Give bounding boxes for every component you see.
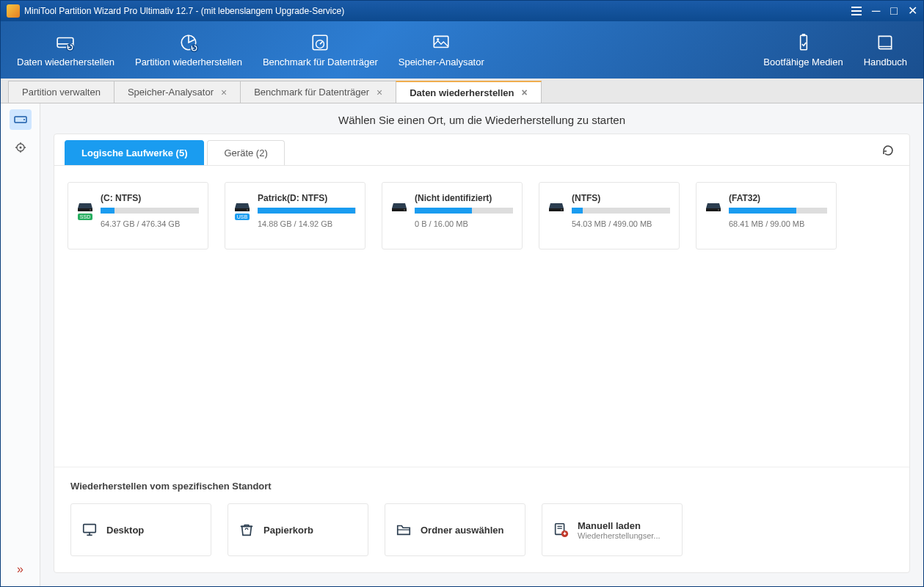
svg-point-6 [316,40,324,48]
svg-point-26 [404,209,405,211]
svg-point-28 [561,209,562,211]
drive-stats: 54.03 MB / 499.00 MB [572,219,670,228]
svg-rect-11 [801,34,804,36]
usage-bar [572,208,670,214]
toolbar-label: Daten wiederherstellen [17,56,114,68]
book-icon [876,33,895,52]
drive-card[interactable]: USBPatrick(D: NTFS)14.88 GB / 14.92 GB [225,182,365,249]
tab-close-icon[interactable]: × [522,87,528,98]
drives-grid: SSD(C: NTFS)64.37 GB / 476.34 GBUSBPatri… [54,166,909,467]
toolbar-manual[interactable]: Handbuch [854,27,917,73]
drive-type-icon [391,202,407,241]
drive-card[interactable]: SSD(C: NTFS)64.37 GB / 476.34 GB [68,182,208,249]
svg-point-14 [23,119,25,120]
drive-icon [235,202,250,212]
toolbar-label: Partition wiederherstellen [135,56,242,68]
tab-close-icon[interactable]: × [221,87,227,98]
drive-type-icon [548,202,564,241]
pie-refresh-icon [179,33,198,52]
toolbar-benchmark[interactable]: Benchmark für Datenträger [252,27,388,73]
drive-type-icon: USB [234,202,250,241]
drive-mode-tabs: Logische Laufwerke (5) Geräte (2) [54,134,909,166]
drive-stats: 14.88 GB / 14.92 GB [258,219,356,228]
drive-type-icon: SSD [77,202,93,241]
expand-panel-icon[interactable]: » [17,563,23,576]
toolbar-bootable-media[interactable]: Bootfähige Medien [753,27,853,73]
refresh-icon[interactable] [881,144,895,161]
tab-space-analyzer[interactable]: Speicher-Analysator × [114,81,241,103]
toolbar-label: Speicher-Analysator [399,56,484,68]
subtab-label: Logische Laufwerke (5) [81,147,187,158]
subtab-devices[interactable]: Geräte (2) [207,140,284,165]
drive-name: (C: NTFS) [101,193,199,203]
titlebar: MiniTool Partition Wizard Pro Ultimativ … [1,1,923,21]
usage-bar [258,208,356,214]
image-icon [432,33,451,52]
main-toolbar: Daten wiederherstellen Partition wiederh… [1,21,923,79]
drive-stats: 64.37 GB / 476.34 GB [101,219,199,228]
drive-type-icon [705,202,721,241]
drive-stats: 68.41 MB / 99.00 MB [729,219,827,228]
monitor-icon [81,522,98,538]
svg-point-24 [247,209,248,211]
toolbar-recover-partition[interactable]: Partition wiederherstellen [125,27,252,73]
tab-label: Speicher-Analysator [128,87,214,98]
svg-rect-8 [434,36,449,47]
option-label: Ordner auswählen [421,525,503,536]
trash-icon [239,522,255,538]
option-manual-load[interactable]: Manuell laden Wiederherstellungser... [542,503,683,556]
drive-card[interactable]: (Nicht identifiziert)0 B / 16.00 MB [382,182,523,249]
svg-point-30 [718,209,719,211]
drive-name: (NTFS) [572,193,670,203]
document-tabs: Partition verwalten Speicher-Analysator … [1,79,923,103]
minimize-button[interactable]: ─ [872,5,880,17]
tab-label: Daten wiederherstellen [410,87,514,98]
toolbar-label: Benchmark für Datenträger [263,56,378,68]
toolbar-label: Bootfähige Medien [763,56,843,68]
option-label: Desktop [106,525,144,536]
drive-icon [392,202,407,212]
menu-icon[interactable] [851,7,862,15]
drive-card[interactable]: (FAT32)68.41 MB / 99.00 MB [696,182,837,249]
option-label: Papierkorb [263,525,313,536]
subtab-logical-drives[interactable]: Logische Laufwerke (5) [65,140,204,165]
specific-location-title: Wiederherstellen vom spezifischen Stando… [70,481,893,492]
side-settings-icon[interactable] [10,137,32,158]
close-button[interactable]: ✕ [908,5,917,17]
tab-close-icon[interactable]: × [376,87,382,98]
svg-point-22 [90,209,91,211]
option-desktop[interactable]: Desktop [70,503,211,556]
subtab-label: Geräte (2) [224,147,267,158]
option-recycle-bin[interactable]: Papierkorb [228,503,368,556]
folder-icon [396,522,412,538]
gauge-icon [310,33,330,52]
side-drives-icon[interactable] [10,109,32,130]
usage-bar [101,208,199,214]
svg-point-9 [437,38,439,40]
tab-recover-data[interactable]: Daten wiederherstellen × [396,81,542,103]
tab-partition-manage[interactable]: Partition verwalten [8,81,114,103]
drive-name: Patrick(D: NTFS) [258,193,356,203]
drive-icon [549,202,564,212]
window-title: MiniTool Partition Wizard Pro Ultimativ … [24,6,851,16]
drive-name: (Nicht identifiziert) [415,193,513,203]
usage-bar [415,208,513,214]
disk-refresh-icon [56,33,75,52]
side-panel: » [1,103,40,586]
tab-label: Partition verwalten [22,87,101,98]
drive-icon [706,202,721,212]
toolbar-recover-data[interactable]: Daten wiederherstellen [7,27,125,73]
tab-label: Benchmark für Datenträger [254,87,369,98]
drive-stats: 0 B / 16.00 MB [415,219,513,228]
svg-point-16 [19,147,21,149]
app-logo-icon [7,4,20,18]
tab-benchmark[interactable]: Benchmark für Datenträger × [240,81,396,103]
usage-bar [729,208,827,214]
page-heading: Wählen Sie einen Ort, um die Wiederherst… [40,103,923,134]
option-label: Manuell laden [578,520,661,531]
toolbar-space-analyzer[interactable]: Speicher-Analysator [388,27,495,73]
maximize-button[interactable]: □ [890,5,898,17]
drive-card[interactable]: (NTFS)54.03 MB / 499.00 MB [539,182,680,249]
option-select-folder[interactable]: Ordner auswählen [385,503,525,556]
option-sublabel: Wiederherstellungser... [578,531,661,540]
